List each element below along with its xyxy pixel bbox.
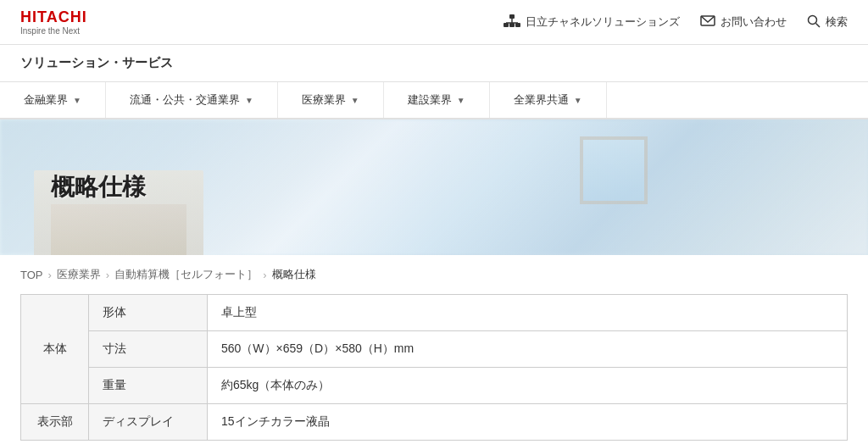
org-icon bbox=[504, 14, 520, 31]
logo: HITACHI Inspire the Next bbox=[20, 8, 87, 36]
nav-item-construction-label: 建設業界 bbox=[408, 92, 452, 108]
svg-line-8 bbox=[816, 23, 821, 27]
nav-item-finance[interactable]: 金融業界 ▼ bbox=[0, 82, 106, 118]
nav-arrow-construction: ▼ bbox=[457, 96, 465, 105]
value-display: 15インチカラー液晶 bbox=[208, 404, 848, 441]
breadcrumb-sep-1: › bbox=[48, 269, 52, 281]
nav-item-finance-label: 金融業界 bbox=[24, 92, 68, 108]
channel-solutions-link[interactable]: 日立チャネルソリューションズ bbox=[504, 14, 680, 31]
label-form: 形体 bbox=[89, 295, 208, 331]
breadcrumb-top[interactable]: TOP bbox=[20, 269, 43, 281]
svg-rect-0 bbox=[509, 14, 515, 19]
nav-arrow-finance: ▼ bbox=[73, 96, 81, 105]
nav-item-all[interactable]: 全業界共通 ▼ bbox=[490, 82, 607, 118]
logo-sub: Inspire the Next bbox=[20, 26, 87, 36]
breadcrumb-machine[interactable]: 自動精算機［セルフォート］ bbox=[114, 267, 258, 282]
category-display: 表示部 bbox=[21, 404, 89, 441]
table-row-display: 表示部 ディスプレイ 15インチカラー液晶 bbox=[21, 404, 848, 441]
table-row-body: 本体 形体 卓上型 bbox=[21, 295, 848, 331]
nav-item-distribution-label: 流通・公共・交通業界 bbox=[130, 92, 240, 108]
nav-item-all-label: 全業界共通 bbox=[514, 92, 569, 108]
label-dimensions: 寸法 bbox=[89, 331, 208, 368]
label-display: ディスプレイ bbox=[89, 404, 208, 441]
svg-point-7 bbox=[809, 15, 817, 24]
label-weight: 重量 bbox=[89, 368, 208, 404]
breadcrumb-medical[interactable]: 医療業界 bbox=[57, 267, 101, 282]
value-dimensions: 560（W）×659（D）×580（H）mm bbox=[208, 331, 848, 368]
mail-icon bbox=[700, 15, 715, 29]
table-row-dimensions: 寸法 560（W）×659（D）×580（H）mm bbox=[21, 331, 848, 368]
search-icon bbox=[807, 14, 821, 31]
hero-image: 概略仕様 bbox=[0, 119, 868, 255]
nav-item-construction[interactable]: 建設業界 ▼ bbox=[384, 82, 490, 118]
nav-item-medical[interactable]: 医療業界 ▼ bbox=[278, 82, 384, 118]
header-nav: 日立チャネルソリューションズ お問い合わせ 検索 bbox=[504, 14, 848, 31]
contact-label: お問い合わせ bbox=[721, 14, 787, 30]
value-weight: 約65kg（本体のみ） bbox=[208, 368, 848, 404]
hero-title: 概略仕様 bbox=[51, 171, 146, 203]
logo-hitachi: HITACHI bbox=[20, 8, 87, 26]
nav-item-medical-label: 医療業界 bbox=[302, 92, 346, 108]
content: 本体 形体 卓上型 寸法 560（W）×659（D）×580（H）mm 重量 約… bbox=[0, 294, 868, 444]
nav-arrow-medical: ▼ bbox=[351, 96, 359, 105]
value-form: 卓上型 bbox=[208, 295, 848, 331]
breadcrumb-current: 概略仕様 bbox=[272, 267, 316, 282]
solution-bar: ソリューション・サービス bbox=[0, 45, 868, 82]
category-body: 本体 bbox=[21, 295, 89, 404]
nav-arrow-all: ▼ bbox=[574, 96, 582, 105]
channel-solutions-label: 日立チャネルソリューションズ bbox=[526, 14, 680, 30]
search-label: 検索 bbox=[826, 14, 848, 30]
contact-link[interactable]: お問い合わせ bbox=[700, 14, 787, 30]
nav-item-distribution[interactable]: 流通・公共・交通業界 ▼ bbox=[106, 82, 278, 118]
search-link[interactable]: 検索 bbox=[807, 14, 848, 31]
nav-menu: 金融業界 ▼ 流通・公共・交通業界 ▼ 医療業界 ▼ 建設業界 ▼ 全業界共通 … bbox=[0, 82, 868, 119]
breadcrumb-sep-3: › bbox=[263, 269, 266, 281]
table-row-weight: 重量 約65kg（本体のみ） bbox=[21, 368, 848, 404]
nav-arrow-distribution: ▼ bbox=[245, 96, 253, 105]
breadcrumb-sep-2: › bbox=[106, 269, 109, 281]
solution-bar-title: ソリューション・サービス bbox=[20, 55, 173, 69]
header: HITACHI Inspire the Next 日立チャネルソリューションズ bbox=[0, 0, 868, 45]
breadcrumb: TOP › 医療業界 › 自動精算機［セルフォート］ › 概略仕様 bbox=[0, 255, 868, 294]
spec-table: 本体 形体 卓上型 寸法 560（W）×659（D）×580（H）mm 重量 約… bbox=[20, 294, 848, 441]
